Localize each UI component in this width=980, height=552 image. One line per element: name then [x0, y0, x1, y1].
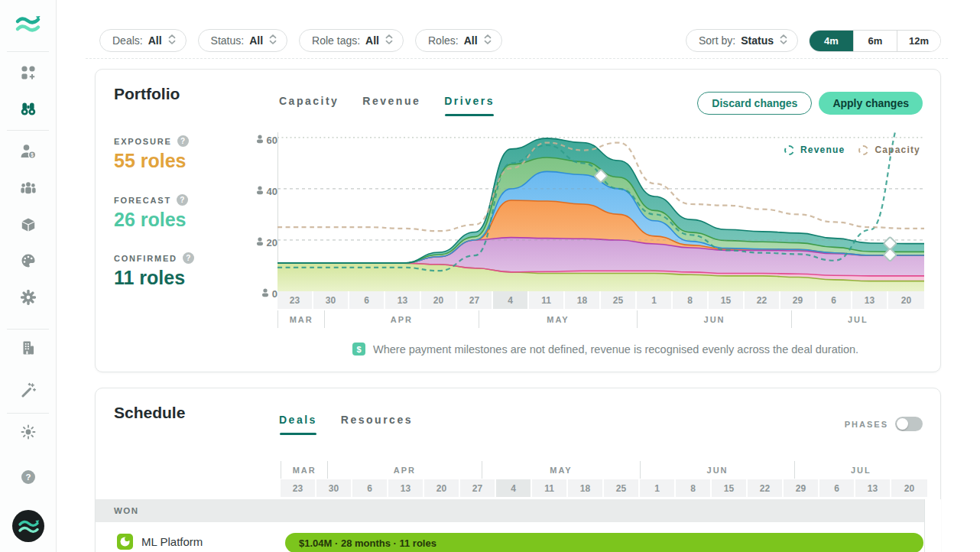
- date-cell: 20: [891, 479, 927, 497]
- date-cell: 6: [349, 291, 385, 309]
- date-cell: 29: [784, 479, 819, 497]
- date-cell: 25: [604, 479, 640, 497]
- discard-changes-button[interactable]: Discard changes: [697, 92, 812, 115]
- date-cell: 15: [712, 479, 748, 497]
- schedule-scroll-gutter[interactable]: [924, 499, 941, 552]
- range-6m-button[interactable]: 6m: [853, 31, 897, 51]
- help-icon[interactable]: ?: [183, 252, 194, 264]
- magic-wand-icon[interactable]: [20, 382, 37, 398]
- company-icon[interactable]: [20, 339, 37, 356]
- filter-roletags[interactable]: Role tags:All: [299, 29, 404, 52]
- date-cell: 1: [640, 479, 676, 497]
- app-root: $: [0, 0, 980, 552]
- month-label: APR: [327, 461, 481, 479]
- date-cell: 22: [745, 291, 780, 309]
- dollar-icon: $: [352, 343, 365, 356]
- y-tick-0: 0: [233, 288, 277, 300]
- stat-label: EXPOSURE: [114, 137, 172, 146]
- filter-value: All: [365, 34, 379, 47]
- schedule-tab-deals[interactable]: Deals: [279, 414, 317, 435]
- date-cell: 18: [565, 291, 601, 309]
- deal-identity[interactable]: ML Platform: [117, 534, 203, 550]
- toggle-knob: [897, 418, 908, 430]
- user-avatar[interactable]: [11, 509, 45, 543]
- sort-chevrons-icon: [268, 34, 277, 48]
- date-cell: 18: [568, 479, 604, 497]
- person-icon: [256, 186, 264, 197]
- filter-value: All: [148, 34, 162, 47]
- help-icon[interactable]: ?: [177, 194, 188, 206]
- date-cell: 27: [460, 479, 496, 497]
- legend-revenue[interactable]: Revenue: [784, 144, 845, 155]
- filter-deals[interactable]: Deals:All: [99, 29, 187, 52]
- range-12m-button[interactable]: 12m: [897, 31, 940, 51]
- apply-changes-button[interactable]: Apply changes: [819, 92, 923, 115]
- deal-timeline-bar[interactable]: $1.04M · 28 months · 11 roles: [285, 533, 923, 552]
- date-cell: 13: [855, 479, 891, 497]
- chart-date-axis: 2330613202741118251815222961320: [277, 291, 924, 309]
- svg-text:$: $: [31, 152, 34, 158]
- date-cell: 6: [816, 291, 852, 309]
- deal-name: ML Platform: [141, 535, 203, 548]
- won-section-header[interactable]: WON: [96, 499, 924, 522]
- binoculars-icon[interactable]: [20, 100, 37, 117]
- phases-label: PHASES: [845, 420, 888, 429]
- date-cell: 8: [673, 291, 709, 309]
- date-cell: 30: [316, 479, 352, 497]
- schedule-month-axis: MARAPRMAYJUNJUL: [281, 461, 927, 479]
- legend-capacity[interactable]: Capacity: [858, 144, 920, 155]
- month-label: MAR: [281, 461, 327, 479]
- date-cell: 15: [709, 291, 745, 309]
- help-icon[interactable]: ?: [20, 469, 37, 485]
- portfolio-title: Portfolio: [114, 85, 180, 103]
- portfolio-tab-revenue[interactable]: Revenue: [362, 95, 420, 116]
- date-cell: 6: [352, 479, 388, 497]
- filter-value: All: [464, 34, 478, 47]
- month-label: MAY: [479, 310, 638, 328]
- date-cell: 8: [676, 479, 712, 497]
- app-logo-icon[interactable]: [13, 9, 44, 43]
- client-dollar-icon[interactable]: $: [20, 143, 37, 160]
- month-label: JUL: [794, 461, 927, 479]
- filter-status[interactable]: Status:All: [198, 29, 287, 52]
- filter-label: Status:: [211, 34, 245, 47]
- sidebar-divider: [7, 329, 49, 330]
- date-cell: 23: [281, 479, 316, 497]
- date-cell: 20: [421, 291, 457, 309]
- stat-value: 55 roles: [114, 150, 189, 172]
- note-text: Where payment milestones are not defined…: [373, 343, 858, 356]
- settings-gear-icon[interactable]: [20, 289, 37, 306]
- dashboard-add-icon[interactable]: [20, 64, 37, 81]
- date-cell: 11: [529, 291, 565, 309]
- content-dropzone-border: [86, 58, 948, 59]
- portfolio-actions: Discard changes Apply changes: [697, 92, 923, 115]
- month-label: JUN: [640, 461, 793, 479]
- phases-toggle[interactable]: [895, 417, 923, 431]
- date-cell: 4: [493, 291, 529, 309]
- package-icon[interactable]: [20, 216, 37, 233]
- chart-legend: RevenueCapacity: [784, 144, 920, 155]
- team-icon[interactable]: [20, 180, 37, 196]
- palette-icon[interactable]: [20, 252, 37, 269]
- stat-confirmed: CONFIRMED?11 roles: [114, 252, 194, 289]
- portfolio-tab-capacity[interactable]: Capacity: [279, 95, 339, 116]
- filter-roles[interactable]: Roles:All: [415, 29, 502, 52]
- filter-bar: Deals:AllStatus:AllRole tags:AllRoles:Al…: [99, 29, 502, 52]
- chart-month-axis: MARAPRMAYJUNJUL: [277, 310, 924, 328]
- date-cell: 30: [313, 291, 349, 309]
- stat-label: FORECAST: [114, 196, 171, 205]
- range-4m-button[interactable]: 4m: [810, 31, 853, 51]
- portfolio-tab-drivers[interactable]: Drivers: [444, 95, 495, 116]
- schedule-tab-resources[interactable]: Resources: [341, 414, 413, 435]
- theme-sun-icon[interactable]: [20, 424, 37, 440]
- portfolio-card: Portfolio CapacityRevenueDrivers Discard…: [95, 69, 941, 372]
- sort-chevrons-icon: [167, 34, 177, 48]
- help-icon[interactable]: ?: [177, 135, 189, 147]
- person-icon: [256, 237, 264, 248]
- sidebar-divider: [7, 51, 49, 52]
- date-cell: 6: [819, 479, 855, 497]
- date-cell: 22: [748, 479, 784, 497]
- filter-label: Deals:: [112, 34, 143, 47]
- y-tick-20: 20: [233, 237, 277, 248]
- sort-by-filter[interactable]: Sort by: Status: [686, 29, 798, 52]
